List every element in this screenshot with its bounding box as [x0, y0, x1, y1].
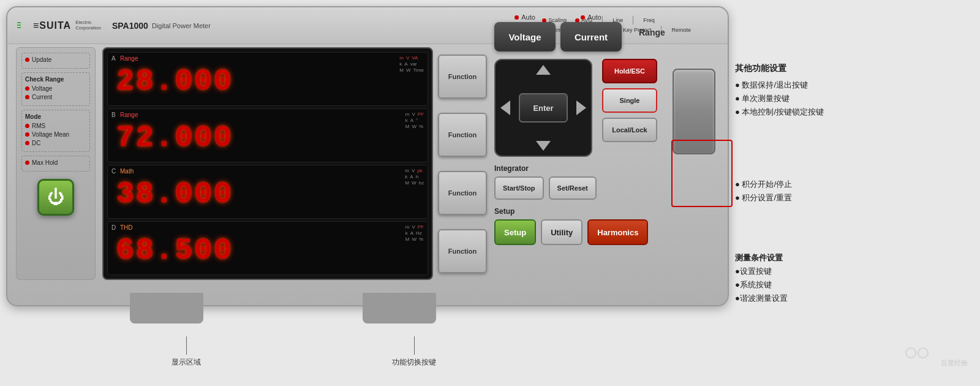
setup-row: Setup Utility Harmonics	[494, 219, 715, 245]
value-a: 28.000	[116, 65, 233, 98]
svg-point-4	[918, 348, 928, 358]
value-b: 72.000	[116, 121, 233, 154]
ann-item-3: ● 本地控制/按键锁定按键	[735, 105, 824, 119]
power-container: ⏻	[21, 179, 90, 216]
function-btn-1[interactable]: Function	[438, 55, 487, 99]
nav-pad: Enter	[494, 59, 592, 157]
nav-right-button[interactable]	[576, 100, 586, 115]
side-buttons: Hold/ESC Single Local/Lock	[602, 59, 657, 142]
current-dot	[25, 95, 29, 99]
power-icon: ⏻	[47, 189, 64, 206]
voltage-dot	[25, 86, 29, 91]
integrator-title: Integrator	[494, 164, 715, 173]
local-lock-button[interactable]: Local/Lock	[602, 118, 657, 142]
units-a: mVVA kAvar MWTime	[399, 55, 424, 73]
current-label: Current	[32, 94, 52, 100]
setup-section: Setup Setup Utility Harmonics	[494, 207, 715, 245]
dc-dot	[25, 141, 29, 145]
rms-item: RMS	[25, 123, 86, 129]
range-b: Range	[120, 112, 138, 118]
function-btn-4[interactable]: Function	[438, 229, 487, 273]
watermark: 百度经验	[902, 341, 968, 368]
function-btn-2[interactable]: Function	[438, 113, 487, 157]
voltage-label: Voltage	[32, 85, 52, 92]
voltage-button[interactable]: Voltage	[494, 22, 556, 51]
bottom-line-display	[186, 336, 187, 355]
start-stop-button[interactable]: Start/Stop	[494, 176, 544, 200]
auto-current-label: Auto	[581, 13, 601, 21]
voltage-mean-item: Voltage Mean	[25, 131, 86, 138]
integrator-section: Integrator Start/Stop Set/Reset	[494, 164, 715, 200]
model-description: Digital Power Meter	[152, 22, 211, 29]
rms-label: RMS	[32, 123, 45, 129]
baidu-icon	[902, 341, 938, 365]
utility-button[interactable]: Utility	[541, 219, 582, 245]
annotation-integrator: ● 积分开始/停止 ● 积分设置/重置	[735, 178, 792, 205]
set-reset-button[interactable]: Set/Reset	[549, 176, 597, 200]
bottom-label-function: 功能切换按键	[392, 336, 436, 368]
knob[interactable]	[673, 69, 715, 154]
other-functions-title: 其他功能设置	[735, 61, 824, 76]
range-label: Range	[639, 28, 665, 37]
nav-down-button[interactable]	[536, 141, 551, 151]
display-area: A Range 28.000 mVVA kAvar MWTime B Range…	[102, 47, 433, 280]
channel-a: A	[111, 55, 116, 62]
device-body: ≡SUITA ElectricCorporation SPA1000 Digit…	[6, 6, 729, 306]
model-number: SPA1000	[112, 21, 148, 31]
svg-rect-0	[17, 22, 21, 23]
harmonics-button[interactable]: Harmonics	[587, 219, 648, 245]
max-hold-dot	[25, 161, 29, 165]
mode-title: Mode	[25, 113, 86, 120]
check-range-section: Check Range Voltage Current	[21, 72, 90, 106]
value-d: 68.500	[116, 234, 233, 267]
max-hold-section: Max Hold	[21, 156, 90, 172]
display-row-b: B Range 72.000 mVPF kA° MW%	[107, 108, 428, 162]
nav-left-button[interactable]	[500, 100, 510, 115]
logo-suita: ≡SUITA ElectricCorporation	[17, 20, 101, 31]
display-area-label: 显示区域	[172, 358, 201, 366]
nav-up-button[interactable]	[536, 65, 551, 75]
power-button[interactable]: ⏻	[37, 179, 74, 216]
svg-point-3	[906, 348, 916, 358]
brand-name: ≡SUITA	[33, 20, 71, 31]
ann-setup-1: ●设置按键	[735, 265, 788, 278]
update-dot	[25, 58, 29, 62]
voltage-mean-dot	[25, 132, 29, 137]
update-item: Update	[25, 56, 86, 63]
integrator-row: Start/Stop Set/Reset	[494, 176, 715, 200]
hold-esc-button[interactable]: Hold/ESC	[602, 59, 657, 83]
stand-left	[130, 293, 203, 324]
voltage-group: Auto Voltage	[494, 13, 556, 51]
value-c: 38.000	[116, 178, 233, 211]
setup-title: Setup	[494, 207, 715, 216]
logo-area: ≡SUITA ElectricCorporation	[17, 20, 101, 31]
display-row-c: C Math 38.000 mVpk kAh MWhz	[107, 165, 428, 219]
mode-section: Mode RMS Voltage Mean DC	[21, 110, 90, 152]
display-row-a: A Range 28.000 mVVA kAvar MWTime	[107, 52, 428, 106]
update-section: Update	[21, 53, 90, 69]
single-button[interactable]: Single	[602, 88, 657, 113]
channel-c: C	[111, 168, 116, 175]
enter-button[interactable]: Enter	[519, 93, 568, 123]
current-button[interactable]: Current	[560, 22, 622, 51]
units-d: mVPF kAHz MW%	[405, 224, 424, 242]
setup-button[interactable]: Setup	[494, 219, 536, 245]
ann-setup-2: ●系统按键	[735, 278, 788, 292]
svg-rect-1	[17, 25, 21, 26]
function-btn-3[interactable]: Function	[438, 171, 487, 215]
ann-setup-title: 测量条件设置	[735, 251, 788, 265]
annotation-other-functions: 其他功能设置 ● 数据保持/退出按键 ● 单次测量按键 ● 本地控制/按键锁定按…	[735, 61, 824, 119]
check-range-title: Check Range	[25, 76, 86, 83]
ann-setup-3: ●谐波测量设置	[735, 292, 788, 305]
voltage-mean-label: Voltage Mean	[32, 131, 69, 138]
ann-int-1: ● 积分开始/停止	[735, 178, 792, 191]
left-panel: Update Check Range Voltage Current Mode …	[16, 47, 96, 280]
auto-v-dot	[514, 15, 519, 20]
annotations-panel: 其他功能设置 ● 数据保持/退出按键 ● 单次测量按键 ● 本地控制/按键锁定按…	[735, 12, 974, 386]
range-a: Range	[120, 55, 138, 62]
update-label: Update	[32, 56, 51, 63]
ann-int-2: ● 积分设置/重置	[735, 191, 792, 205]
dc-item: DC	[25, 140, 86, 146]
annotation-setup: 测量条件设置 ●设置按键 ●系统按键 ●谐波测量设置	[735, 251, 788, 305]
units-b: mVPF kA° MW%	[405, 112, 424, 129]
